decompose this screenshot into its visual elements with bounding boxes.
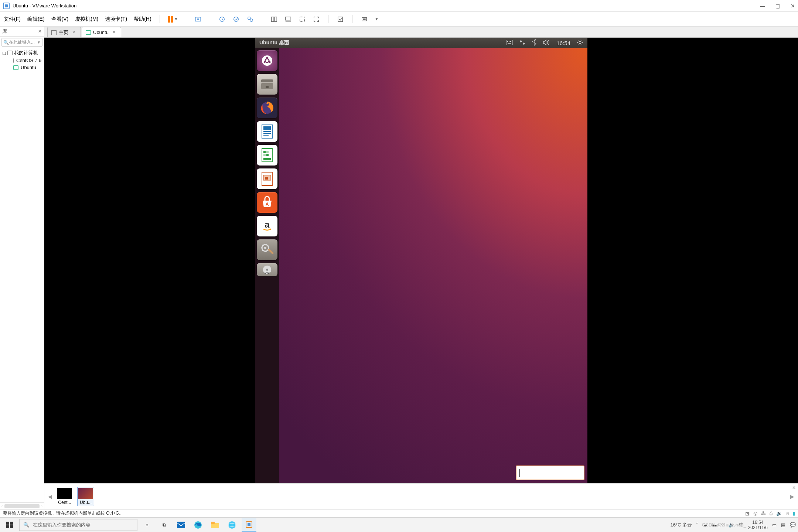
tab-label: Ubuntu	[93, 30, 109, 35]
revert-icon[interactable]	[232, 16, 240, 23]
sound-icon[interactable]: 🔉	[776, 511, 782, 516]
tree-item-centos[interactable]: CentOS 7 64	[2, 58, 42, 63]
explorer-icon[interactable]	[208, 518, 222, 532]
minimize-button[interactable]: —	[760, 3, 765, 9]
tray-chevron-icon[interactable]: ˆ	[696, 522, 698, 528]
browser-icon[interactable]	[225, 518, 239, 532]
tablet-mode-icon[interactable]: ▤	[781, 522, 785, 528]
launcher-software[interactable]: A	[257, 192, 277, 213]
menu-vm[interactable]: 虚拟机(M)	[75, 16, 98, 23]
svg-rect-6	[272, 17, 274, 21]
collapse-icon[interactable]: ▢	[2, 51, 6, 55]
pause-icon	[168, 16, 173, 23]
svg-rect-16	[509, 41, 509, 42]
svg-rect-38	[266, 154, 269, 156]
launcher-settings[interactable]	[257, 239, 277, 260]
thumb-ubuntu[interactable]: Ubu...	[77, 487, 94, 506]
thumb-centos[interactable]: Cent...	[57, 487, 73, 506]
close-tab-icon[interactable]: ✕	[112, 30, 116, 35]
tree-item-ubuntu[interactable]: Ubuntu	[2, 65, 42, 70]
taskview-icon[interactable]: ⧉	[157, 518, 171, 532]
launcher-disc[interactable]: DVD	[257, 263, 277, 276]
cortana-icon[interactable]: ○	[140, 518, 154, 532]
close-tab-icon[interactable]: ✕	[72, 30, 75, 35]
network-icon[interactable]	[519, 40, 525, 47]
menu-bar: 文件(F) 编辑(E) 查看(V) 虚拟机(M) 选项卡(T) 帮助(H) ▼ …	[0, 12, 798, 27]
launcher-calc[interactable]	[257, 145, 277, 166]
chevron-down-icon[interactable]: ▼	[37, 40, 41, 44]
svg-rect-36	[266, 151, 269, 153]
menu-edit[interactable]: 编辑(E)	[27, 16, 45, 23]
suspend-button[interactable]: ▼	[168, 16, 178, 23]
vmware-taskbar-icon[interactable]	[242, 518, 256, 532]
ubuntu-guest[interactable]: Ubuntu 桌面 16:54	[255, 38, 587, 483]
home-icon	[51, 30, 57, 35]
send-ctrl-alt-del-icon[interactable]	[194, 16, 202, 23]
notification-icon[interactable]: ▭	[772, 522, 777, 528]
display-icon[interactable]: ▮	[792, 511, 795, 516]
fit-guest-icon[interactable]	[299, 16, 306, 23]
clock[interactable]: 16:54	[556, 40, 570, 46]
next-icon[interactable]: ▶	[790, 494, 794, 499]
onedrive-icon[interactable]: ☁	[703, 522, 707, 528]
edge-icon[interactable]	[191, 518, 205, 532]
weather-widget[interactable]: 16°C 多云	[671, 522, 692, 528]
snapshot-manager-icon[interactable]	[246, 16, 254, 23]
keyboard-icon[interactable]	[506, 40, 513, 46]
launcher-impress[interactable]	[257, 168, 277, 189]
hdd-icon[interactable]: ⬔	[745, 511, 750, 516]
launcher-dash[interactable]	[257, 50, 277, 71]
stretch-icon[interactable]	[361, 16, 368, 23]
battery-icon[interactable]: ▬	[712, 522, 717, 528]
library-search[interactable]: 🔍 在此处键入... ▼	[1, 38, 42, 47]
net-icon[interactable]: 🖧	[761, 511, 766, 516]
maximize-button[interactable]: ▢	[775, 3, 780, 9]
ubuntu-desktop[interactable]	[279, 48, 587, 483]
ime-indicator[interactable]: 中	[739, 522, 744, 528]
menu-tabs[interactable]: 选项卡(T)	[105, 16, 127, 23]
tab-home[interactable]: 主页 ✕	[47, 27, 81, 37]
layout-thumb-icon[interactable]	[284, 16, 292, 23]
ime-input-box[interactable]	[516, 466, 584, 480]
layout-single-icon[interactable]	[270, 16, 278, 23]
separator	[160, 15, 160, 23]
close-thumbs-icon[interactable]: ✕	[792, 485, 796, 490]
prev-icon[interactable]: ◀	[48, 494, 52, 499]
chevron-down-icon[interactable]: ▼	[375, 17, 378, 21]
close-button[interactable]: ✕	[791, 3, 795, 9]
menu-help[interactable]: 帮助(H)	[134, 16, 151, 23]
cd-icon[interactable]: ◎	[753, 511, 757, 516]
mail-icon[interactable]	[174, 518, 188, 532]
menu-file[interactable]: 文件(F)	[4, 16, 21, 23]
taskbar-search[interactable]: 🔍 在这里输入你要搜索的内容	[19, 519, 137, 531]
library-scrollbar[interactable]: ‹›	[0, 502, 44, 509]
start-button[interactable]	[2, 518, 17, 532]
svg-point-4	[248, 17, 250, 19]
chevron-down-icon[interactable]: ▼	[174, 17, 178, 21]
launcher-amazon[interactable]: a	[257, 216, 277, 236]
launcher-firefox[interactable]	[257, 98, 277, 118]
launcher-writer[interactable]	[257, 121, 277, 142]
launcher-files[interactable]	[257, 74, 277, 95]
close-library-icon[interactable]: ✕	[38, 29, 42, 34]
wifi-icon[interactable]: ⌔	[721, 522, 724, 528]
svg-rect-8	[286, 17, 291, 20]
unity-icon[interactable]	[337, 16, 344, 23]
tab-ubuntu[interactable]: Ubuntu ✕	[82, 27, 121, 37]
ubuntu-launcher: A a DVD	[255, 48, 279, 483]
vm-device-tray: ⬔ ◎ 🖧 ⎙ 🔉 ⎚ ▮	[745, 511, 795, 516]
tab-bar: 主页 ✕ Ubuntu ✕	[44, 27, 798, 38]
bluetooth-icon[interactable]	[532, 39, 536, 47]
menu-view[interactable]: 查看(V)	[51, 16, 69, 23]
action-center-icon[interactable]: 💬	[790, 522, 796, 528]
snapshot-icon[interactable]	[218, 16, 226, 23]
fullscreen-icon[interactable]	[313, 16, 320, 23]
taskbar-clock[interactable]: 16:54 2021/11/6	[748, 520, 768, 530]
usb-icon[interactable]: ⎙	[770, 511, 773, 516]
tree-root[interactable]: ▢ 我的计算机	[2, 50, 42, 56]
volume-icon[interactable]	[543, 40, 550, 47]
printer-icon[interactable]: ⎚	[786, 511, 789, 516]
vm-display[interactable]: Ubuntu 桌面 16:54	[44, 38, 798, 483]
volume-icon[interactable]: 🔈	[729, 522, 734, 528]
gear-icon[interactable]	[577, 40, 583, 47]
